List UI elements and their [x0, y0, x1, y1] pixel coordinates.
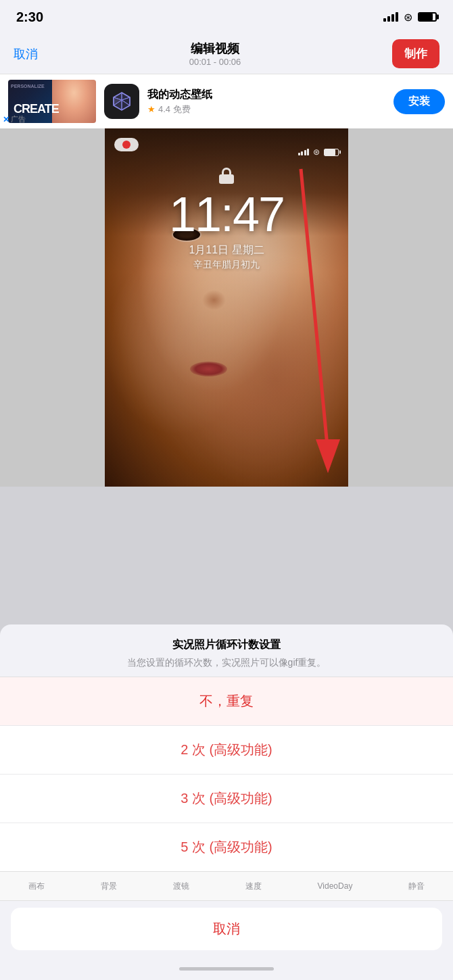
ad-label: ✕ 广告: [3, 114, 26, 124]
header-center: 编辑视频 00:01 - 00:06: [189, 41, 241, 67]
phone-wifi-icon: ⊛: [313, 147, 320, 157]
polyhedron-icon: [111, 91, 133, 112]
status-bar: 2:30 ⊛: [0, 0, 453, 34]
toolbar-speed[interactable]: 速度: [245, 881, 262, 892]
phone-signal-icon: [298, 149, 310, 155]
page: 2:30 ⊛ 取消 编辑视频 00:01 - 00:06 制作 CREATE: [0, 0, 453, 980]
ad-rating-value: 4.4: [158, 104, 170, 114]
sheet-title: 实况照片循环计数设置: [14, 638, 439, 652]
record-indicator: [114, 138, 139, 151]
header: 取消 编辑视频 00:01 - 00:06 制作: [0, 34, 453, 74]
option-2-times[interactable]: 2 次 (高级功能): [0, 726, 453, 775]
sheet-cancel-button[interactable]: 取消: [11, 908, 442, 950]
header-subtitle: 00:01 - 00:06: [189, 57, 241, 67]
lock-screen-date1: 1月11日 星期二: [105, 243, 348, 258]
battery-icon: [418, 12, 437, 22]
ad-image-2: [52, 80, 96, 123]
signal-icon: [383, 12, 398, 22]
toolbar-background[interactable]: 背景: [101, 881, 117, 892]
ad-text-label: 广告: [11, 114, 26, 124]
toolbar-strip: 画布 背景 渡镜 速度 VideoDay 静音: [0, 871, 453, 901]
lock-screen-date2: 辛丑年腊月初九: [105, 259, 348, 271]
status-time: 2:30: [16, 9, 43, 25]
cancel-button[interactable]: 取消: [14, 46, 38, 62]
close-ad-icon[interactable]: ✕: [3, 115, 9, 124]
ad-create-text: CREATE: [14, 103, 59, 115]
phone-status-bar: ⊛: [105, 142, 348, 162]
phone-battery-icon: [324, 149, 339, 156]
install-button[interactable]: 安装: [394, 89, 445, 114]
ad-banner: CREATE 我的动态壁纸 ★ 4.4 免费: [0, 74, 453, 128]
ad-app-icon: [104, 84, 139, 119]
toolbar-canvas[interactable]: 画布: [28, 881, 45, 892]
make-button[interactable]: 制作: [392, 39, 439, 68]
toolbar-videoday[interactable]: VideoDay: [318, 881, 353, 891]
toolbar-mute[interactable]: 静音: [408, 881, 425, 892]
ad-price: 免费: [173, 103, 191, 116]
ad-rating: ★ 4.4 免费: [147, 103, 385, 116]
ad-app-name: 我的动态壁纸: [147, 88, 385, 102]
option-5-times[interactable]: 5 次 (高级功能): [0, 823, 453, 871]
sheet-header: 实况照片循环计数设置 当您设置的循环次数，实况照片可以像gif重复。: [0, 624, 453, 677]
phone-preview: ⊛ 11:47 1月11日 星期二 辛丑年腊月初九: [105, 128, 348, 487]
option-3-times[interactable]: 3 次 (高级功能): [0, 775, 453, 823]
bottom-sheet: 实况照片循环计数设置 当您设置的循环次数，实况照片可以像gif重复。 不，重复 …: [0, 624, 453, 980]
ad-info: 我的动态壁纸 ★ 4.4 免费: [147, 88, 385, 116]
video-area: ⊛ 11:47 1月11日 星期二 辛丑年腊月初九: [0, 128, 453, 487]
home-indicator: [0, 957, 453, 980]
toolbar-transition[interactable]: 渡镜: [173, 881, 189, 892]
wifi-icon: ⊛: [404, 11, 412, 24]
header-title: 编辑视频: [189, 41, 241, 57]
lock-screen-ui: ⊛ 11:47 1月11日 星期二 辛丑年腊月初九: [105, 128, 348, 285]
option-no-repeat[interactable]: 不，重复: [0, 677, 453, 726]
lock-icon: [105, 168, 348, 184]
sheet-options: 不，重复 2 次 (高级功能) 3 次 (高级功能) 5 次 (高级功能): [0, 677, 453, 871]
record-dot: [122, 141, 130, 149]
sheet-description: 当您设置的循环次数，实况照片可以像gif重复。: [14, 656, 439, 670]
status-icons: ⊛: [383, 11, 437, 24]
star-icon: ★: [147, 104, 156, 114]
lock-screen-time: 11:47: [105, 187, 348, 242]
home-bar: [179, 967, 274, 971]
